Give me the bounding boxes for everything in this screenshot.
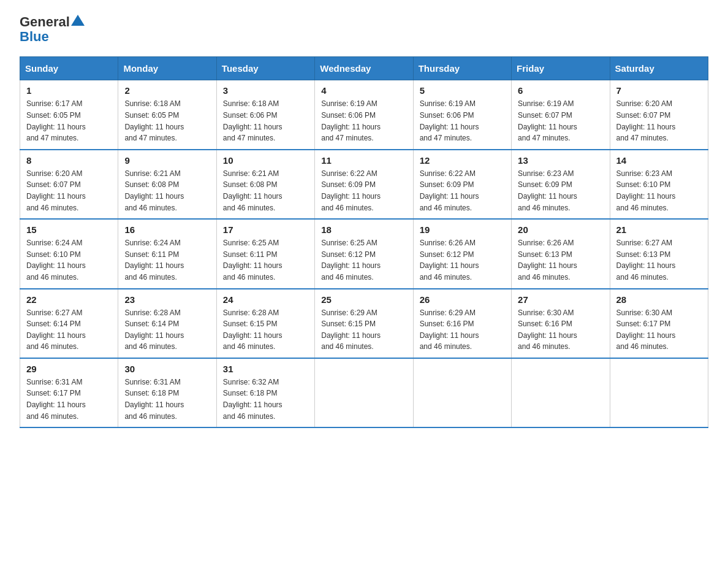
calendar-week-row: 29 Sunrise: 6:31 AM Sunset: 6:17 PM Dayl… [20,358,708,427]
day-info: Sunrise: 6:29 AM Sunset: 6:15 PM Dayligh… [321,307,406,353]
day-number: 17 [223,224,308,235]
day-number: 22 [26,294,112,305]
calendar-cell: 29 Sunrise: 6:31 AM Sunset: 6:17 PM Dayl… [20,358,118,427]
day-info: Sunrise: 6:30 AM Sunset: 6:17 PM Dayligh… [616,307,702,353]
day-info: Sunrise: 6:20 AM Sunset: 6:07 PM Dayligh… [26,168,112,213]
day-info: Sunrise: 6:27 AM Sunset: 6:14 PM Dayligh… [26,307,112,353]
day-number: 8 [26,155,112,166]
day-number: 13 [518,155,603,166]
day-number: 15 [26,224,112,235]
calendar-cell: 6 Sunrise: 6:19 AM Sunset: 6:07 PM Dayli… [512,80,610,150]
day-number: 18 [321,224,406,235]
calendar-cell: 16 Sunrise: 6:24 AM Sunset: 6:11 PM Dayl… [118,219,216,288]
day-number: 19 [420,224,505,235]
day-info: Sunrise: 6:23 AM Sunset: 6:10 PM Dayligh… [616,168,702,213]
day-info: Sunrise: 6:25 AM Sunset: 6:11 PM Dayligh… [223,237,308,283]
calendar-cell: 22 Sunrise: 6:27 AM Sunset: 6:14 PM Dayl… [20,289,118,358]
weekday-header-saturday: Saturday [610,57,708,80]
calendar-cell: 19 Sunrise: 6:26 AM Sunset: 6:12 PM Dayl… [413,219,511,288]
calendar-cell [610,358,708,427]
day-info: Sunrise: 6:18 AM Sunset: 6:06 PM Dayligh… [223,98,308,144]
day-number: 5 [420,85,505,96]
day-info: Sunrise: 6:32 AM Sunset: 6:18 PM Dayligh… [223,377,308,422]
calendar-cell: 28 Sunrise: 6:30 AM Sunset: 6:17 PM Dayl… [610,289,708,358]
day-info: Sunrise: 6:17 AM Sunset: 6:05 PM Dayligh… [26,98,112,144]
calendar-cell: 30 Sunrise: 6:31 AM Sunset: 6:18 PM Dayl… [118,358,216,427]
day-number: 20 [518,224,603,235]
day-info: Sunrise: 6:24 AM Sunset: 6:11 PM Dayligh… [124,237,210,283]
calendar-cell: 7 Sunrise: 6:20 AM Sunset: 6:07 PM Dayli… [610,80,708,150]
day-number: 31 [223,364,308,374]
calendar-cell [413,358,511,427]
svg-marker-0 [71,15,85,26]
day-number: 16 [124,224,210,235]
day-number: 4 [321,85,406,96]
day-number: 25 [321,294,406,305]
day-number: 29 [26,364,112,374]
calendar-cell: 18 Sunrise: 6:25 AM Sunset: 6:12 PM Dayl… [315,219,413,288]
logo-text-general: General [20,15,70,29]
day-info: Sunrise: 6:18 AM Sunset: 6:05 PM Dayligh… [124,98,210,144]
calendar-cell: 3 Sunrise: 6:18 AM Sunset: 6:06 PM Dayli… [216,80,314,150]
day-number: 2 [124,85,210,96]
calendar-week-row: 8 Sunrise: 6:20 AM Sunset: 6:07 PM Dayli… [20,150,708,219]
calendar-cell: 15 Sunrise: 6:24 AM Sunset: 6:10 PM Dayl… [20,219,118,288]
calendar-cell: 1 Sunrise: 6:17 AM Sunset: 6:05 PM Dayli… [20,80,118,150]
weekday-header-wednesday: Wednesday [315,57,413,80]
logo-triangle-icon [71,15,85,27]
day-info: Sunrise: 6:26 AM Sunset: 6:13 PM Dayligh… [518,237,603,283]
calendar-cell: 10 Sunrise: 6:21 AM Sunset: 6:08 PM Dayl… [216,150,314,219]
weekday-header-thursday: Thursday [413,57,511,80]
calendar-cell: 14 Sunrise: 6:23 AM Sunset: 6:10 PM Dayl… [610,150,708,219]
day-info: Sunrise: 6:28 AM Sunset: 6:14 PM Dayligh… [124,307,210,353]
day-info: Sunrise: 6:21 AM Sunset: 6:08 PM Dayligh… [124,168,210,213]
day-number: 28 [616,294,702,305]
day-info: Sunrise: 6:29 AM Sunset: 6:16 PM Dayligh… [420,307,505,353]
day-number: 26 [420,294,505,305]
day-number: 30 [124,364,210,374]
day-info: Sunrise: 6:28 AM Sunset: 6:15 PM Dayligh… [223,307,308,353]
calendar-cell: 8 Sunrise: 6:20 AM Sunset: 6:07 PM Dayli… [20,150,118,219]
day-info: Sunrise: 6:26 AM Sunset: 6:12 PM Dayligh… [420,237,505,283]
day-info: Sunrise: 6:31 AM Sunset: 6:18 PM Dayligh… [124,377,210,422]
calendar-cell: 27 Sunrise: 6:30 AM Sunset: 6:16 PM Dayl… [512,289,610,358]
calendar-cell: 17 Sunrise: 6:25 AM Sunset: 6:11 PM Dayl… [216,219,314,288]
calendar-cell: 4 Sunrise: 6:19 AM Sunset: 6:06 PM Dayli… [315,80,413,150]
day-info: Sunrise: 6:22 AM Sunset: 6:09 PM Dayligh… [420,168,505,213]
calendar-cell: 12 Sunrise: 6:22 AM Sunset: 6:09 PM Dayl… [413,150,511,219]
weekday-header-monday: Monday [118,57,216,80]
day-info: Sunrise: 6:24 AM Sunset: 6:10 PM Dayligh… [26,237,112,283]
day-info: Sunrise: 6:27 AM Sunset: 6:13 PM Dayligh… [616,237,702,283]
day-info: Sunrise: 6:30 AM Sunset: 6:16 PM Dayligh… [518,307,603,353]
day-info: Sunrise: 6:25 AM Sunset: 6:12 PM Dayligh… [321,237,406,283]
weekday-header-tuesday: Tuesday [216,57,314,80]
day-number: 24 [223,294,308,305]
calendar-table: SundayMondayTuesdayWednesdayThursdayFrid… [20,56,708,428]
day-number: 23 [124,294,210,305]
calendar-cell: 20 Sunrise: 6:26 AM Sunset: 6:13 PM Dayl… [512,219,610,288]
day-number: 3 [223,85,308,96]
calendar-cell: 26 Sunrise: 6:29 AM Sunset: 6:16 PM Dayl… [413,289,511,358]
calendar-cell: 2 Sunrise: 6:18 AM Sunset: 6:05 PM Dayli… [118,80,216,150]
calendar-body: 1 Sunrise: 6:17 AM Sunset: 6:05 PM Dayli… [20,80,708,427]
day-info: Sunrise: 6:19 AM Sunset: 6:07 PM Dayligh… [518,98,603,144]
day-info: Sunrise: 6:19 AM Sunset: 6:06 PM Dayligh… [321,98,406,144]
calendar-cell: 5 Sunrise: 6:19 AM Sunset: 6:06 PM Dayli… [413,80,511,150]
day-number: 7 [616,85,702,96]
calendar-cell [512,358,610,427]
calendar-cell: 25 Sunrise: 6:29 AM Sunset: 6:15 PM Dayl… [315,289,413,358]
page-header: General Blue [20,15,708,44]
calendar-cell: 24 Sunrise: 6:28 AM Sunset: 6:15 PM Dayl… [216,289,314,358]
weekday-header-friday: Friday [512,57,610,80]
day-number: 1 [26,85,112,96]
day-info: Sunrise: 6:20 AM Sunset: 6:07 PM Dayligh… [616,98,702,144]
day-info: Sunrise: 6:22 AM Sunset: 6:09 PM Dayligh… [321,168,406,213]
day-number: 21 [616,224,702,235]
weekday-header-sunday: Sunday [20,57,118,80]
day-number: 12 [420,155,505,166]
calendar-header-row: SundayMondayTuesdayWednesdayThursdayFrid… [20,57,708,80]
day-info: Sunrise: 6:23 AM Sunset: 6:09 PM Dayligh… [518,168,603,213]
day-number: 9 [124,155,210,166]
day-info: Sunrise: 6:31 AM Sunset: 6:17 PM Dayligh… [26,377,112,422]
calendar-cell: 9 Sunrise: 6:21 AM Sunset: 6:08 PM Dayli… [118,150,216,219]
